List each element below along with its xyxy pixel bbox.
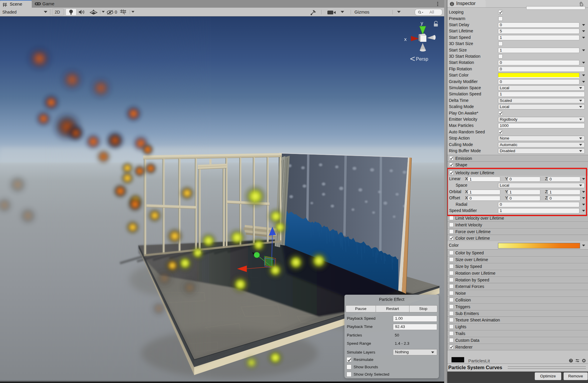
svg-text:?: ? [570, 359, 572, 362]
svg-text:Persp: Persp [416, 57, 428, 62]
svg-text:Y: Y [124, 12, 126, 15]
svg-text:y: y [421, 20, 423, 26]
svg-text:x: x [404, 37, 407, 42]
